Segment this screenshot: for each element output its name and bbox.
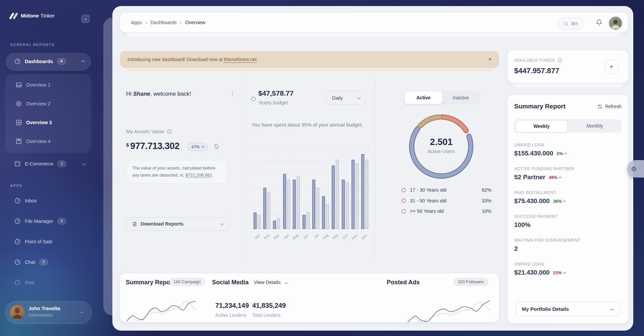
sidebar-item-post[interactable]: Post <box>14 279 87 286</box>
sidebar-item-dashboards[interactable]: Dashboards 4 <box>5 53 91 71</box>
sidebar-subitem-overview-2[interactable]: Overview 2 <box>15 100 83 107</box>
sidebar-item-inbox[interactable]: Inbox <box>14 197 87 204</box>
header-bar: Apps›Dashboards›Overview ⌘K <box>120 13 628 32</box>
chevron-down-icon <box>220 222 224 225</box>
disc-icon <box>15 100 22 107</box>
summary-stat-value: 52 Partner <box>514 174 545 181</box>
campaign-count-label: 180 Campaign <box>173 280 201 284</box>
sidebar-section-general-reports: GENERAL REPORTS <box>10 43 55 47</box>
legend-row: >= 50 Years old10% <box>401 208 491 214</box>
greeting-prefix: Hi <box>126 91 133 97</box>
ads-sparkline-chart <box>408 296 490 322</box>
tab-weekly-label: Weekly <box>534 124 550 129</box>
notification-banner: Introducing new dashboard! Download now … <box>120 51 499 68</box>
gauge-icon <box>14 218 21 225</box>
summary-stat-label: SUCCESS PAYMENT <box>514 214 622 219</box>
banner-link[interactable]: themeforest.net <box>224 57 257 62</box>
sidebar-item-point-of-sale[interactable]: Point of Sale <box>14 238 87 245</box>
summary-stat-label: PAID INSTALLMENT <box>514 190 622 195</box>
brand-logo-icon <box>9 12 18 20</box>
sidebar-item-chat[interactable]: Chat3 <box>14 259 87 266</box>
bar-jul <box>312 180 315 229</box>
tab-weekly[interactable]: Weekly <box>516 120 568 132</box>
summary-stat: WAITING FOR DISBURSEMENT2 <box>514 238 622 252</box>
sparkline-series-solid <box>127 301 196 321</box>
assets-note-suffix: . <box>212 173 214 178</box>
summary-stat-change: 36% <box>553 199 566 204</box>
breadcrumb-item[interactable]: Apps <box>131 20 142 25</box>
campaign-count-badge: 180 Campaign <box>169 278 205 286</box>
banner-close-icon[interactable]: × <box>488 56 492 63</box>
refresh-button[interactable]: Refresh <box>597 104 622 109</box>
donut-center-value: 2.501 <box>407 137 476 147</box>
sparkline-series-solid <box>408 301 490 322</box>
portfolio-details-button[interactable]: My Portfolio Details → <box>516 301 621 316</box>
view-details-link[interactable]: View Details → <box>254 280 288 285</box>
budget-bullet-icon <box>251 97 256 101</box>
sparkline-series-dotted <box>408 302 490 322</box>
sidebar-subitem-overview-1[interactable]: Overview 1 <box>15 82 83 88</box>
ecommerce-icon <box>14 160 21 167</box>
sidebar: Midone Tinker ‹ GENERAL REPORTS Dashboar… <box>0 0 107 336</box>
bar-sep <box>332 165 335 229</box>
file-icon <box>132 222 137 227</box>
assets-title-row: My Assets Value <box>126 129 172 135</box>
tab-inactive[interactable]: Inactive <box>442 91 480 104</box>
download-reports-button[interactable]: Download Reports <box>126 217 229 231</box>
dashboards-count-badge: 4 <box>57 58 66 65</box>
sidebar-item-label: Inbox <box>25 198 37 203</box>
sidebar-item-label: Chat <box>25 259 35 265</box>
tab-inactive-label: Inactive <box>453 95 469 100</box>
summary-stat-label: UNPAID LOAN <box>514 262 622 267</box>
count-badge: 3 <box>39 259 48 266</box>
budget-period-select[interactable]: Daily <box>326 91 366 105</box>
add-funds-button[interactable]: + <box>604 59 619 74</box>
sidebar-subitem-label: Overview 1 <box>26 82 51 88</box>
donut-segment <box>442 117 466 131</box>
bar-oct <box>346 182 349 229</box>
breadcrumb-item[interactable]: Overview <box>185 20 205 25</box>
summary-stat: UNPAID LOAN$21.430.00023% <box>514 262 622 276</box>
summary-stat: ACTIVE FUNDING PARTNER52 Partner49% <box>514 166 622 181</box>
yearly-budget-bar-chart <box>252 147 370 229</box>
summary-stat-change: 49% <box>549 175 561 180</box>
breadcrumb-item[interactable]: Dashboards <box>150 20 176 25</box>
sidebar-item-ecommerce[interactable]: E-Commerce 2 <box>14 160 85 167</box>
theme-settings-button[interactable]: ⚙ <box>627 160 644 178</box>
arrow-right-icon: → <box>284 280 289 285</box>
assets-refresh-icon[interactable] <box>214 144 219 149</box>
budget-description: You have spent about 35% of your annual … <box>252 121 366 129</box>
arrow-right-icon: → <box>609 306 614 312</box>
gauge-icon <box>14 238 21 245</box>
assets-value: 977.713.302 <box>130 141 179 151</box>
tab-active[interactable]: Active <box>404 91 443 104</box>
sidebar-item-file-manager[interactable]: File Manager5 <box>14 218 87 225</box>
sidebar-subitem-overview-4[interactable]: Overview 4 <box>15 138 83 145</box>
refresh-icon <box>597 104 602 109</box>
summary-stat-change: 2% <box>556 151 567 156</box>
summary-stat-label: ACTIVE FUNDING PARTNER <box>514 166 622 171</box>
followers-count-label: 320 Followers <box>458 280 484 284</box>
sidebar-collapse-button[interactable]: ‹ <box>82 15 90 23</box>
search-shortcut: ⌘K <box>571 21 578 26</box>
download-reports-label: Download Reports <box>141 221 183 227</box>
header-avatar[interactable] <box>608 16 623 30</box>
gridline <box>252 147 370 147</box>
bar-nov <box>356 163 359 229</box>
summary-stat-value: $75.430.000 <box>514 197 550 205</box>
sidebar-user-card[interactable]: John Travolta Administrator → <box>5 301 92 324</box>
search-box[interactable]: ⌘K <box>558 17 584 30</box>
chevron-up-icon <box>202 146 204 148</box>
activity-icon <box>15 119 22 126</box>
summary-stat-label: UNPAID LOAN <box>514 143 622 147</box>
tab-monthly[interactable]: Monthly <box>568 119 622 133</box>
sidebar-subitem-label: Overview 3 <box>26 120 52 125</box>
sidebar-subitem-overview-3[interactable]: Overview 3 <box>15 119 83 126</box>
welcome-title: Hi Shane, welcome back! <box>126 91 191 97</box>
summary-stat-value: $21.430.000 <box>514 269 550 276</box>
notification-bell-icon[interactable] <box>596 19 602 26</box>
welcome-kebab-menu-icon[interactable]: ⋮ <box>229 90 235 97</box>
assets-change-value: 47% <box>191 145 200 149</box>
sidebar-subitem-label: Overview 4 <box>26 139 51 144</box>
assets-change-badge[interactable]: 47% <box>187 143 208 151</box>
